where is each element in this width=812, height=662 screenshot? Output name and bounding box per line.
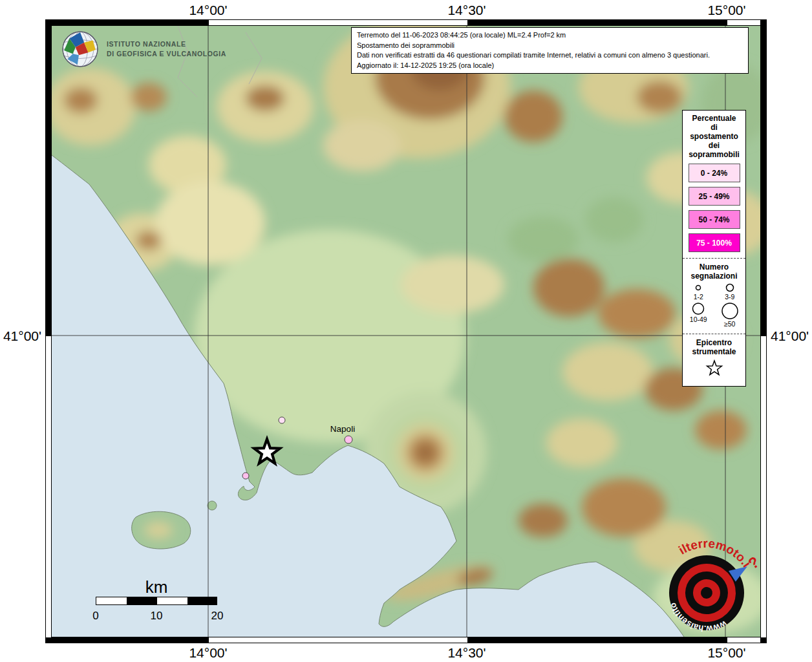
lon-label-bottom-1400: 14°00' bbox=[189, 645, 227, 661]
legend-percent-title: Percentuale di spostamento dei soprammob… bbox=[683, 114, 745, 159]
lat-label-right-4100: 41°00' bbox=[771, 328, 809, 344]
legend-separator bbox=[683, 334, 745, 334]
legend-epicenter-title: Epicentro strumentale bbox=[683, 338, 745, 356]
event-info-line-2: Spostamento dei soprammobili bbox=[357, 41, 743, 51]
legend-class-swatch: 50 - 74% bbox=[689, 210, 740, 229]
haisentitoilterremoto-logo: ilterremoto.it www.haisentito ? bbox=[645, 531, 768, 657]
event-info-line-4: Aggiornato il: 14-12-2025 19:25 (ora loc… bbox=[357, 61, 743, 71]
signal-size-item: 3-9 bbox=[714, 283, 746, 301]
legend-class-list: 0 - 24%25 - 49%50 - 74%75 - 100% bbox=[683, 164, 745, 252]
felt-report-dot bbox=[242, 473, 249, 479]
lon-label-top-1500: 15°00' bbox=[707, 3, 745, 18]
ingv-logo: ISTITUTO NAZIONALE DI GEOFISICA E VULCAN… bbox=[61, 30, 226, 68]
legend-box: Percentuale di spostamento dei soprammob… bbox=[682, 110, 746, 387]
lat-label-left-4100: 41°00' bbox=[0, 328, 41, 344]
legend-class-swatch: 75 - 100% bbox=[689, 233, 740, 252]
scale-bar-unit: km bbox=[145, 577, 168, 597]
lon-label-top-1430: 14°30' bbox=[447, 3, 486, 18]
signal-size-circle-icon bbox=[687, 283, 709, 293]
felt-report-dot bbox=[345, 436, 352, 443]
event-info-line-1: Terremoto del 11-06-2023 08:44:25 (ora l… bbox=[357, 30, 743, 41]
scale-bar-segments bbox=[96, 597, 217, 605]
legend-class-swatch: 25 - 49% bbox=[689, 187, 740, 206]
map-frame-left bbox=[45, 19, 52, 643]
signal-size-label: ≥50 bbox=[724, 320, 735, 328]
felt-report-dot bbox=[279, 417, 285, 423]
signal-size-label: 1-2 bbox=[694, 293, 703, 301]
legend-class-swatch: 0 - 24% bbox=[689, 164, 740, 182]
map-frame-top bbox=[45, 19, 767, 26]
legend-signal-sizes: 1-23-910-49≥50 bbox=[683, 283, 745, 328]
question-mark-icon: ? bbox=[745, 553, 762, 573]
ingv-name-line-2: DI GEOFISICA E VULCANOLOGIA bbox=[107, 49, 226, 59]
city-label-napoli: Napoli bbox=[330, 424, 355, 434]
legend-epicenter-star-icon bbox=[703, 359, 725, 378]
ingv-name-line-1: ISTITUTO NAZIONALE bbox=[107, 39, 226, 49]
signal-size-label: 10-49 bbox=[690, 315, 707, 323]
signal-size-label: 3-9 bbox=[725, 293, 734, 301]
signal-size-circle-icon bbox=[719, 283, 741, 293]
lon-label-bottom-1430: 14°30' bbox=[447, 645, 486, 661]
signal-size-item: 1-2 bbox=[683, 283, 714, 301]
legend-separator bbox=[683, 258, 745, 259]
signal-size-circle-icon bbox=[687, 302, 709, 315]
signal-size-item: ≥50 bbox=[714, 302, 746, 328]
signal-size-item: 10-49 bbox=[683, 302, 714, 328]
event-info-line-3: Dati non verificati estratti da 46 quest… bbox=[357, 50, 743, 61]
event-info-box: Terremoto del 11-06-2023 08:44:25 (ora l… bbox=[351, 27, 749, 74]
macroseismic-map-page: Napoli 14°00' 14°30' 15°00' 14°00' 14°30… bbox=[0, 0, 812, 662]
scale-tick-20: 20 bbox=[211, 610, 224, 623]
scale-tick-0: 0 bbox=[92, 610, 98, 623]
lon-label-top-1400: 14°00' bbox=[189, 3, 227, 18]
scale-tick-10: 10 bbox=[151, 610, 163, 623]
signal-size-circle-icon bbox=[719, 302, 741, 320]
ingv-globe-icon bbox=[61, 30, 99, 68]
legend-signals-title: Numero segnalazioni bbox=[683, 262, 745, 281]
